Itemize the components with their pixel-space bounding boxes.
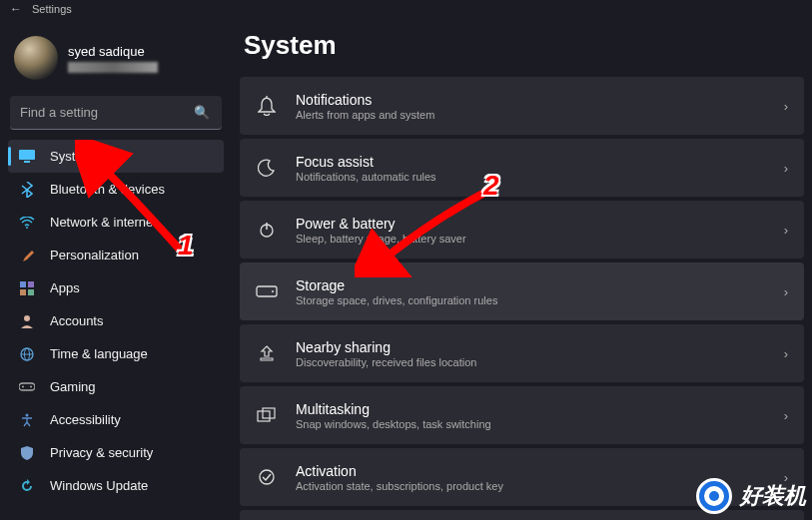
main-content: System Notifications Alerts from apps an… (232, 18, 812, 520)
annotation-number-2: 2 (483, 170, 499, 202)
sidebar-nav: System Bluetooth & devices Network & int… (4, 140, 228, 502)
sidebar-item-label: Gaming (50, 379, 96, 394)
sidebar-item-accessibility[interactable]: Accessibility (8, 403, 224, 436)
card-subtitle: Discoverability, received files location (296, 356, 766, 368)
svg-rect-11 (19, 383, 35, 390)
card-focus-assist[interactable]: Focus assist Notifications, automatic ru… (240, 139, 804, 197)
svg-point-7 (24, 315, 30, 321)
drive-icon (256, 280, 278, 302)
card-title: Focus assist (296, 154, 766, 170)
sidebar-item-privacy[interactable]: Privacy & security (8, 436, 224, 469)
user-profile[interactable]: syed sadique (4, 26, 228, 92)
apps-icon (18, 279, 36, 297)
svg-rect-20 (258, 411, 270, 421)
moon-icon (256, 157, 278, 179)
sidebar-item-label: Accounts (50, 313, 103, 328)
chevron-right-icon: › (784, 99, 788, 114)
svg-rect-1 (24, 161, 30, 163)
titlebar: ← Settings (0, 0, 812, 18)
bluetooth-icon (18, 181, 36, 199)
brush-icon (18, 247, 36, 264)
sidebar-item-gaming[interactable]: Gaming (8, 370, 224, 403)
globe-icon (18, 345, 36, 363)
svg-rect-6 (28, 289, 34, 295)
sidebar-item-windows-update[interactable]: Windows Update (8, 469, 224, 502)
profile-name: syed sadique (68, 44, 158, 59)
sidebar-item-bluetooth[interactable]: Bluetooth & devices (8, 173, 224, 206)
multitask-icon (256, 404, 278, 426)
card-multitasking[interactable]: Multitasking Snap windows, desktops, tas… (240, 386, 804, 444)
chevron-right-icon: › (784, 161, 788, 176)
sidebar-item-label: Time & language (50, 346, 148, 361)
svg-point-12 (22, 386, 24, 388)
svg-point-14 (26, 413, 29, 416)
svg-rect-4 (28, 281, 34, 287)
watermark-text: 好装机 (740, 481, 806, 511)
page-title: System (240, 30, 804, 61)
card-subtitle: Notifications, automatic rules (296, 171, 766, 183)
card-title: Notifications (296, 92, 766, 108)
card-subtitle: Snap windows, desktops, task switching (296, 418, 766, 430)
back-icon[interactable]: ← (10, 2, 22, 16)
svg-rect-0 (19, 150, 35, 160)
search-icon: 🔍 (194, 105, 210, 120)
watermark-logo-icon (696, 478, 732, 514)
card-title: Multitasking (296, 401, 766, 417)
sidebar-item-label: Privacy & security (50, 445, 153, 460)
sidebar-item-accounts[interactable]: Accounts (8, 304, 224, 337)
accessibility-icon (18, 411, 36, 429)
svg-point-2 (26, 227, 28, 229)
sidebar-item-system[interactable]: System (8, 140, 224, 173)
search-input[interactable] (10, 96, 222, 130)
card-subtitle: Alerts from apps and system (296, 109, 766, 121)
svg-point-22 (260, 470, 274, 484)
monitor-icon (18, 148, 36, 166)
wifi-icon (18, 214, 36, 232)
sidebar-item-apps[interactable]: Apps (8, 271, 224, 304)
card-subtitle: Storage space, drives, configuration rul… (296, 294, 766, 306)
chevron-right-icon: › (784, 223, 788, 238)
card-title: Nearby sharing (296, 339, 766, 355)
power-icon (256, 219, 278, 241)
check-circle-icon (256, 466, 278, 488)
card-title: Activation (296, 463, 766, 479)
chevron-right-icon: › (784, 284, 788, 299)
sidebar-item-time-language[interactable]: Time & language (8, 337, 224, 370)
svg-rect-21 (263, 408, 275, 418)
share-icon (256, 342, 278, 364)
person-icon (18, 312, 36, 330)
sidebar-item-label: Network & internet (50, 215, 157, 230)
bell-icon (256, 95, 278, 117)
sidebar-item-label: Windows Update (50, 478, 148, 493)
annotation-number-1: 1 (178, 230, 194, 261)
sidebar-item-label: Apps (50, 280, 80, 295)
svg-rect-5 (20, 289, 26, 295)
svg-point-18 (272, 290, 274, 292)
sidebar-item-label: System (50, 149, 93, 164)
sidebar-item-label: Accessibility (50, 412, 121, 427)
shield-icon (18, 444, 36, 462)
avatar (14, 36, 58, 80)
sidebar: syed sadique 🔍 System Bluetooth & device… (0, 18, 232, 520)
update-icon (18, 477, 36, 495)
card-storage[interactable]: Storage Storage space, drives, configura… (240, 262, 804, 320)
chevron-right-icon: › (784, 346, 788, 361)
card-title: Power & battery (296, 216, 766, 232)
svg-rect-3 (20, 281, 26, 287)
game-icon (18, 378, 36, 396)
chevron-right-icon: › (784, 408, 788, 423)
sidebar-item-label: Bluetooth & devices (50, 182, 165, 197)
window-title: Settings (32, 3, 72, 15)
svg-point-13 (30, 386, 32, 388)
card-title: Storage (296, 277, 766, 293)
svg-rect-19 (261, 358, 273, 360)
card-nearby-sharing[interactable]: Nearby sharing Discoverability, received… (240, 324, 804, 382)
sidebar-item-label: Personalization (50, 248, 139, 262)
watermark: 好装机 (696, 478, 806, 514)
card-power-battery[interactable]: Power & battery Sleep, battery usage, ba… (240, 201, 804, 259)
card-subtitle: Sleep, battery usage, battery saver (296, 233, 766, 245)
profile-email-redacted (68, 62, 158, 73)
card-notifications[interactable]: Notifications Alerts from apps and syste… (240, 77, 804, 135)
